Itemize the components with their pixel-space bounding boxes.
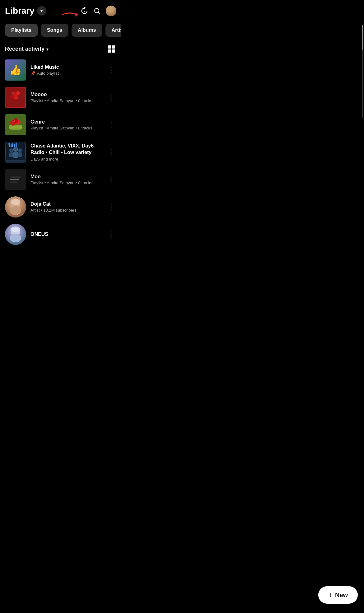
more-options-button[interactable]: ⋮: [106, 175, 116, 184]
svg-point-40: [10, 206, 21, 215]
svg-point-21: [13, 120, 15, 122]
item-subtitle: Day6 and more: [30, 157, 101, 161]
svg-rect-32: [14, 144, 15, 147]
page-title: Library: [5, 6, 35, 16]
item-thumbnail: [5, 114, 26, 135]
tab-songs[interactable]: Songs: [41, 24, 68, 37]
item-info: Genre Playlist • Amrita Sathyan • 0 trac…: [30, 119, 101, 130]
tab-albums[interactable]: Albums: [72, 24, 102, 37]
item-thumbnail: [5, 224, 26, 245]
list-item[interactable]: 👍 Liked Music 📌 Auto playlist ⋮: [0, 56, 121, 84]
item-title: Liked Music: [30, 64, 101, 70]
list-item[interactable]: Doja Cat Artist • 13.2M subscribers ⋮: [0, 193, 121, 221]
arrow-annotation: [61, 10, 78, 19]
svg-point-7: [14, 95, 18, 100]
header-actions: [80, 6, 116, 16]
svg-rect-26: [13, 152, 18, 158]
item-title: ONEUS: [30, 232, 101, 237]
list-item[interactable]: Moooo Playlist • Amrita Sathyan • 0 trac…: [0, 84, 121, 111]
item-title: Moooo: [30, 92, 101, 97]
list-item[interactable]: ONEUS ⋮: [0, 221, 121, 248]
item-thumbnail: [5, 142, 26, 163]
svg-point-34: [7, 143, 9, 144]
item-title: Doja Cat: [30, 201, 101, 207]
list-item[interactable]: Chase Atlantic, VIXX, Day6 Radio • Chill…: [0, 138, 121, 166]
thumbs-up-icon: 👍: [9, 64, 22, 76]
user-avatar[interactable]: [106, 6, 116, 16]
item-info: Moooo Playlist • Amrita Sathyan • 0 trac…: [30, 92, 101, 103]
item-thumbnail: [5, 196, 26, 218]
svg-rect-33: [16, 143, 17, 147]
artist-avatar: [5, 224, 26, 245]
item-title: Moo: [30, 174, 101, 180]
grid-cell: [112, 45, 115, 49]
item-thumbnail: [5, 169, 26, 190]
item-info: Moo Playlist • Amrita Sathyan • 0 tracks: [30, 174, 101, 185]
item-info: Chase Atlantic, VIXX, Day6 Radio • Chill…: [30, 143, 101, 161]
item-info: Liked Music 📌 Auto playlist: [30, 64, 101, 76]
svg-line-2: [99, 12, 100, 14]
svg-point-45: [11, 227, 20, 232]
pin-icon: 📌: [30, 71, 35, 76]
header-left: Library ▾: [5, 6, 46, 16]
svg-rect-14: [9, 125, 22, 129]
more-options-button[interactable]: ⋮: [106, 230, 116, 239]
avatar-image: [106, 6, 116, 16]
item-subtitle: Auto playlist: [37, 71, 59, 76]
svg-rect-28: [18, 152, 22, 157]
item-pin-row: 📌 Auto playlist: [30, 71, 101, 76]
item-thumbnail: 👍: [5, 59, 26, 81]
item-subtitle: Playlist • Amrita Sathyan • 0 tracks: [30, 98, 101, 103]
item-title: Genre: [30, 119, 101, 125]
library-chevron-button[interactable]: ▾: [37, 6, 46, 16]
tab-artists[interactable]: Artists: [105, 24, 122, 37]
more-options-button[interactable]: ⋮: [106, 120, 116, 129]
more-options-button[interactable]: ⋮: [106, 93, 116, 102]
svg-point-27: [18, 148, 22, 152]
item-thumbnail: [5, 87, 26, 108]
svg-point-5: [16, 91, 20, 95]
svg-marker-0: [75, 13, 78, 17]
chevron-icon: ▾: [40, 8, 43, 13]
svg-point-25: [13, 147, 18, 152]
grid-cell: [108, 49, 111, 53]
item-title: Chase Atlantic, VIXX, Day6 Radio • Chill…: [30, 143, 101, 156]
svg-point-41: [11, 199, 20, 205]
item-subtitle: Artist • 13.2M subscribers: [30, 208, 101, 213]
item-subtitle: Playlist • Amrita Sathyan • 0 tracks: [30, 180, 101, 185]
item-subtitle: Playlist • Amrita Sathyan • 0 tracks: [30, 126, 101, 130]
svg-point-44: [10, 234, 21, 242]
section-header: Recent activity ▾: [0, 40, 121, 56]
grid-view-button[interactable]: [107, 44, 116, 54]
more-options-button[interactable]: ⋮: [106, 65, 116, 75]
section-chevron-icon: ▾: [46, 47, 49, 52]
item-info: Doja Cat Artist • 13.2M subscribers: [30, 201, 101, 213]
history-icon-button[interactable]: [80, 7, 88, 15]
filter-tabs: Playlists Songs Albums Artists: [0, 19, 121, 40]
svg-rect-31: [12, 143, 13, 147]
svg-point-6: [11, 95, 14, 99]
svg-rect-30: [11, 144, 12, 147]
more-options-button[interactable]: ⋮: [106, 202, 116, 212]
svg-rect-24: [9, 152, 13, 157]
header: Library ▾: [0, 0, 121, 19]
grid-cell: [108, 45, 111, 49]
section-title: Recent activity: [5, 46, 44, 52]
grid-cell: [112, 49, 115, 53]
artist-avatar: [5, 196, 26, 218]
list-item[interactable]: Genre Playlist • Amrita Sathyan • 0 trac…: [0, 111, 121, 138]
list-item[interactable]: Moo Playlist • Amrita Sathyan • 0 tracks…: [0, 166, 121, 193]
recent-activity-toggle[interactable]: Recent activity ▾: [5, 46, 49, 52]
svg-point-23: [9, 148, 13, 152]
item-info: ONEUS: [30, 232, 101, 237]
more-options-button[interactable]: ⋮: [106, 147, 116, 157]
search-icon-button[interactable]: [93, 7, 101, 15]
tab-playlists[interactable]: Playlists: [5, 24, 38, 37]
